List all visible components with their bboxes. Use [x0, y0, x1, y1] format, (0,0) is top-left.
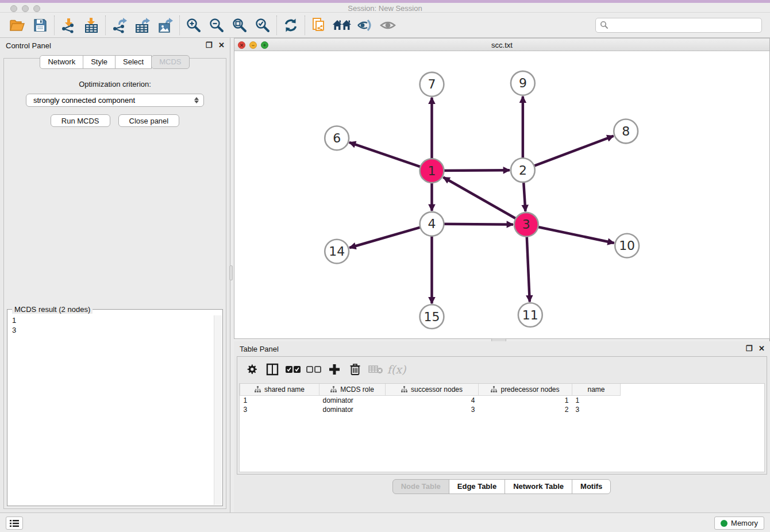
optimization-criterion-select[interactable]: strongly connected component	[26, 94, 204, 107]
float-panel-icon[interactable]: ❐	[205, 41, 213, 49]
hierarchy-sort-icon	[401, 386, 407, 392]
table-cell[interactable]: 3	[240, 405, 319, 414]
task-history-button[interactable]	[6, 516, 23, 530]
network-graph[interactable]: 7968124314101511	[234, 51, 769, 338]
node-6[interactable]: 6	[325, 126, 349, 150]
memory-button[interactable]: Memory	[714, 516, 764, 530]
column-header-shared-name[interactable]: shared name	[240, 384, 319, 395]
node-1[interactable]: 1	[420, 159, 444, 183]
node-15[interactable]: 15	[420, 304, 444, 329]
home-network-icon[interactable]	[330, 15, 353, 36]
export-network-icon[interactable]	[108, 15, 131, 36]
zoom-in-icon[interactable]	[182, 15, 205, 36]
export-table-icon[interactable]	[131, 15, 154, 36]
tab-style[interactable]: Style	[83, 55, 116, 69]
column-header-name[interactable]: name	[572, 384, 621, 395]
export-image-icon[interactable]	[154, 15, 177, 36]
column-label: successor nodes	[411, 385, 463, 394]
table-cell[interactable]: dominator	[319, 395, 386, 405]
select-stepper-icon	[194, 97, 199, 103]
column-header-predecessor-nodes[interactable]: predecessor nodes	[479, 384, 572, 395]
close-panel-button[interactable]: Close panel	[118, 114, 180, 127]
tab-mcds[interactable]: MCDS	[151, 55, 189, 69]
node-4[interactable]: 4	[420, 212, 444, 236]
clone-network-icon[interactable]	[307, 15, 330, 36]
tab-motifs[interactable]: Motifs	[572, 479, 611, 494]
edges-layer	[349, 97, 614, 304]
control-panel: Control Panel ❐ ✕ NetworkStyleSelectMCDS…	[0, 38, 230, 512]
edge-1-6[interactable]	[349, 142, 432, 171]
network-view-window: ✕ − + scc.txt 7968124314101511	[234, 38, 770, 339]
tab-edge-table[interactable]: Edge Table	[449, 479, 505, 494]
mcds-result-line: 3	[12, 325, 213, 335]
column-header-successor-nodes[interactable]: successor nodes	[386, 384, 479, 395]
zoom-out-icon[interactable]	[205, 15, 228, 36]
node-table[interactable]: shared nameMCDS rolesuccessor nodesprede…	[239, 383, 765, 472]
close-panel-icon[interactable]: ✕	[218, 41, 225, 49]
hierarchy-sort-icon	[255, 386, 261, 392]
tab-node-table[interactable]: Node Table	[392, 479, 449, 494]
show-eye-icon[interactable]	[376, 15, 399, 36]
table-cell[interactable]: 4	[386, 395, 479, 405]
column-layout-icon[interactable]	[264, 361, 281, 378]
search-box[interactable]	[595, 18, 762, 33]
column-header-MCDS-role[interactable]: MCDS role	[319, 384, 386, 395]
table-cell[interactable]: 1	[240, 395, 319, 405]
zoom-selected-icon[interactable]	[251, 15, 274, 36]
edge-3-1[interactable]	[443, 178, 526, 225]
search-input[interactable]	[609, 20, 757, 31]
open-session-icon[interactable]	[6, 15, 29, 36]
column-label: predecessor nodes	[500, 385, 559, 394]
column-label: name	[587, 385, 605, 394]
add-row-icon[interactable]	[326, 361, 343, 378]
table-settings-gear-icon[interactable]	[243, 361, 260, 378]
table-cell[interactable]: dominator	[319, 405, 386, 414]
table-cell[interactable]: 3	[572, 405, 621, 414]
vertical-splitter-handle[interactable]	[229, 265, 233, 280]
refresh-layout-icon[interactable]	[279, 15, 302, 36]
node-3[interactable]: 3	[514, 213, 538, 237]
run-mcds-button[interactable]: Run MCDS	[51, 114, 110, 127]
edge-4-14[interactable]	[349, 224, 432, 248]
float-table-panel-icon[interactable]: ❐	[745, 345, 753, 352]
network-canvas[interactable]: 7968124314101511	[234, 51, 769, 338]
tab-select[interactable]: Select	[115, 55, 152, 69]
table-cell[interactable]: 2	[479, 405, 572, 414]
save-session-icon[interactable]	[29, 15, 52, 36]
node-7[interactable]: 7	[420, 72, 444, 97]
show-selected-columns-icon[interactable]	[284, 361, 302, 378]
app-window: Session: New Session	[0, 0, 770, 532]
delete-table-icon[interactable]	[367, 361, 384, 378]
tab-network-table[interactable]: Network Table	[505, 479, 572, 494]
node-11[interactable]: 11	[518, 303, 542, 327]
delete-row-trash-icon[interactable]	[346, 361, 364, 378]
node-8[interactable]: 8	[614, 119, 638, 144]
node-2[interactable]: 2	[511, 158, 535, 182]
table-cell[interactable]: 3	[386, 405, 479, 414]
table-row[interactable]: 1dominator411	[240, 395, 621, 405]
node-10[interactable]: 10	[615, 234, 639, 258]
hide-columns-icon[interactable]	[305, 361, 322, 378]
zoom-fit-icon[interactable]	[228, 15, 251, 36]
hierarchy-sort-icon	[491, 386, 497, 392]
table-cell[interactable]: 1	[479, 395, 572, 405]
node-14[interactable]: 14	[325, 240, 349, 264]
svg-text:10: 10	[619, 238, 635, 253]
edge-3-10[interactable]	[526, 225, 614, 243]
svg-text:3: 3	[522, 217, 530, 232]
svg-text:2: 2	[519, 163, 527, 178]
function-builder-icon[interactable]: f(x)	[388, 361, 405, 378]
control-panel-tabs: NetworkStyleSelectMCDS	[0, 55, 230, 69]
edge-2-8[interactable]	[523, 136, 614, 171]
hide-selected-eye-icon[interactable]	[353, 15, 376, 36]
import-network-icon[interactable]	[57, 15, 80, 36]
close-table-panel-icon[interactable]: ✕	[758, 345, 765, 352]
node-9[interactable]: 9	[511, 71, 535, 95]
import-table-icon[interactable]	[80, 15, 103, 36]
table-row[interactable]: 3dominator323	[240, 405, 621, 414]
result-scrollbar[interactable]	[214, 315, 222, 505]
svg-text:8: 8	[622, 124, 630, 138]
optimization-criterion-value: strongly connected component	[33, 96, 194, 105]
tab-network[interactable]: Network	[40, 55, 83, 69]
table-cell[interactable]: 1	[572, 395, 621, 405]
